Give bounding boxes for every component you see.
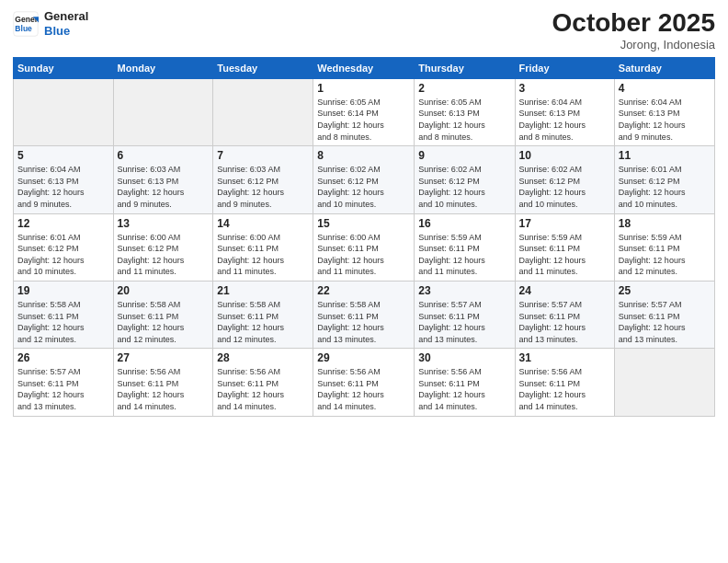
- calendar-week-row: 5Sunrise: 6:04 AMSunset: 6:13 PMDaylight…: [14, 146, 715, 213]
- calendar-cell: 29Sunrise: 5:56 AMSunset: 6:11 PMDayligh…: [313, 349, 415, 416]
- logo-icon: General Blue: [13, 11, 39, 37]
- weekday-header-sunday: Sunday: [14, 57, 114, 78]
- day-info: Sunrise: 5:56 AMSunset: 6:11 PMDaylight:…: [418, 366, 510, 412]
- calendar-cell: 20Sunrise: 5:58 AMSunset: 6:11 PMDayligh…: [113, 281, 213, 348]
- calendar-cell: 23Sunrise: 5:57 AMSunset: 6:11 PMDayligh…: [415, 281, 515, 348]
- day-info: Sunrise: 6:01 AMSunset: 6:12 PMDaylight:…: [619, 164, 711, 210]
- calendar-cell: 5Sunrise: 6:04 AMSunset: 6:13 PMDaylight…: [14, 146, 114, 213]
- svg-text:General: General: [15, 15, 39, 24]
- day-number: 20: [118, 284, 210, 297]
- calendar-cell: 10Sunrise: 6:02 AMSunset: 6:12 PMDayligh…: [515, 146, 614, 213]
- calendar-cell: [614, 349, 714, 416]
- day-info: Sunrise: 6:01 AMSunset: 6:12 PMDaylight:…: [17, 232, 109, 278]
- day-number: 31: [519, 351, 610, 364]
- day-number: 6: [118, 149, 210, 162]
- day-info: Sunrise: 6:02 AMSunset: 6:12 PMDaylight:…: [519, 164, 610, 210]
- day-number: 27: [118, 351, 210, 364]
- day-info: Sunrise: 5:58 AMSunset: 6:11 PMDaylight:…: [17, 299, 109, 345]
- calendar-cell: [113, 78, 213, 145]
- day-info: Sunrise: 6:02 AMSunset: 6:12 PMDaylight:…: [418, 164, 510, 210]
- calendar-cell: 18Sunrise: 5:59 AMSunset: 6:11 PMDayligh…: [614, 213, 714, 281]
- title-block: October 2025 Jorong, Indonesia: [552, 9, 715, 52]
- day-number: 21: [217, 284, 309, 297]
- weekday-header-monday: Monday: [113, 57, 213, 78]
- calendar-cell: 31Sunrise: 5:56 AMSunset: 6:11 PMDayligh…: [515, 349, 614, 416]
- day-number: 17: [519, 217, 610, 230]
- day-number: 29: [317, 351, 410, 364]
- day-info: Sunrise: 6:02 AMSunset: 6:12 PMDaylight:…: [317, 164, 410, 210]
- weekday-header-wednesday: Wednesday: [313, 57, 415, 78]
- calendar-week-row: 26Sunrise: 5:57 AMSunset: 6:11 PMDayligh…: [14, 349, 715, 416]
- day-number: 4: [619, 82, 711, 95]
- day-info: Sunrise: 6:00 AMSunset: 6:11 PMDaylight:…: [217, 232, 309, 278]
- day-info: Sunrise: 6:03 AMSunset: 6:13 PMDaylight:…: [118, 164, 210, 210]
- calendar-cell: 13Sunrise: 6:00 AMSunset: 6:12 PMDayligh…: [113, 213, 213, 281]
- weekday-header-friday: Friday: [515, 57, 614, 78]
- month-title: October 2025: [552, 9, 715, 38]
- weekday-header-saturday: Saturday: [614, 57, 714, 78]
- calendar-cell: 12Sunrise: 6:01 AMSunset: 6:12 PMDayligh…: [14, 213, 114, 281]
- day-info: Sunrise: 6:04 AMSunset: 6:13 PMDaylight:…: [519, 97, 610, 143]
- calendar-cell: 28Sunrise: 5:56 AMSunset: 6:11 PMDayligh…: [213, 349, 313, 416]
- day-number: 2: [418, 82, 510, 95]
- calendar-cell: 19Sunrise: 5:58 AMSunset: 6:11 PMDayligh…: [14, 281, 114, 348]
- calendar-cell: 8Sunrise: 6:02 AMSunset: 6:12 PMDaylight…: [313, 146, 415, 213]
- calendar-cell: 30Sunrise: 5:56 AMSunset: 6:11 PMDayligh…: [415, 349, 515, 416]
- calendar-cell: 25Sunrise: 5:57 AMSunset: 6:11 PMDayligh…: [614, 281, 714, 348]
- logo-line2: Blue: [44, 24, 88, 39]
- calendar-cell: 3Sunrise: 6:04 AMSunset: 6:13 PMDaylight…: [515, 78, 614, 145]
- day-number: 5: [17, 149, 109, 162]
- location-subtitle: Jorong, Indonesia: [552, 38, 715, 52]
- calendar-cell: 9Sunrise: 6:02 AMSunset: 6:12 PMDaylight…: [415, 146, 515, 213]
- calendar-cell: 15Sunrise: 6:00 AMSunset: 6:11 PMDayligh…: [313, 213, 415, 281]
- day-number: 1: [317, 82, 410, 95]
- calendar-cell: 26Sunrise: 5:57 AMSunset: 6:11 PMDayligh…: [14, 349, 114, 416]
- day-number: 28: [217, 351, 309, 364]
- calendar-week-row: 12Sunrise: 6:01 AMSunset: 6:12 PMDayligh…: [14, 213, 715, 281]
- day-number: 12: [17, 217, 109, 230]
- calendar-cell: 6Sunrise: 6:03 AMSunset: 6:13 PMDaylight…: [113, 146, 213, 213]
- day-info: Sunrise: 6:05 AMSunset: 6:14 PMDaylight:…: [317, 97, 410, 143]
- day-number: 13: [118, 217, 210, 230]
- calendar-cell: 4Sunrise: 6:04 AMSunset: 6:13 PMDaylight…: [614, 78, 714, 145]
- day-info: Sunrise: 5:57 AMSunset: 6:11 PMDaylight:…: [418, 299, 510, 345]
- day-number: 7: [217, 149, 309, 162]
- day-number: 25: [619, 284, 711, 297]
- day-number: 8: [317, 149, 410, 162]
- day-info: Sunrise: 5:59 AMSunset: 6:11 PMDaylight:…: [619, 232, 711, 278]
- day-info: Sunrise: 6:03 AMSunset: 6:12 PMDaylight:…: [217, 164, 309, 210]
- calendar-week-row: 19Sunrise: 5:58 AMSunset: 6:11 PMDayligh…: [14, 281, 715, 348]
- logo-line1: General: [44, 9, 88, 24]
- calendar-cell: 11Sunrise: 6:01 AMSunset: 6:12 PMDayligh…: [614, 146, 714, 213]
- day-number: 22: [317, 284, 410, 297]
- calendar-header-row: SundayMondayTuesdayWednesdayThursdayFrid…: [14, 57, 715, 78]
- calendar-cell: 22Sunrise: 5:58 AMSunset: 6:11 PMDayligh…: [313, 281, 415, 348]
- day-number: 26: [17, 351, 109, 364]
- day-info: Sunrise: 6:00 AMSunset: 6:11 PMDaylight:…: [317, 232, 410, 278]
- day-info: Sunrise: 5:58 AMSunset: 6:11 PMDaylight:…: [317, 299, 410, 345]
- day-number: 9: [418, 149, 510, 162]
- day-number: 15: [317, 217, 410, 230]
- calendar-cell: 21Sunrise: 5:58 AMSunset: 6:11 PMDayligh…: [213, 281, 313, 348]
- calendar-cell: 24Sunrise: 5:57 AMSunset: 6:11 PMDayligh…: [515, 281, 614, 348]
- weekday-header-thursday: Thursday: [415, 57, 515, 78]
- day-info: Sunrise: 5:56 AMSunset: 6:11 PMDaylight:…: [217, 366, 309, 412]
- weekday-header-tuesday: Tuesday: [213, 57, 313, 78]
- calendar-cell: 2Sunrise: 6:05 AMSunset: 6:13 PMDaylight…: [415, 78, 515, 145]
- calendar-cell: 1Sunrise: 6:05 AMSunset: 6:14 PMDaylight…: [313, 78, 415, 145]
- day-number: 30: [418, 351, 510, 364]
- calendar-cell: [213, 78, 313, 145]
- day-info: Sunrise: 5:57 AMSunset: 6:11 PMDaylight:…: [519, 299, 610, 345]
- day-info: Sunrise: 5:58 AMSunset: 6:11 PMDaylight:…: [118, 299, 210, 345]
- day-number: 3: [519, 82, 610, 95]
- day-number: 10: [519, 149, 610, 162]
- day-info: Sunrise: 6:04 AMSunset: 6:13 PMDaylight:…: [17, 164, 109, 210]
- calendar-cell: 14Sunrise: 6:00 AMSunset: 6:11 PMDayligh…: [213, 213, 313, 281]
- calendar-cell: 16Sunrise: 5:59 AMSunset: 6:11 PMDayligh…: [415, 213, 515, 281]
- calendar-week-row: 1Sunrise: 6:05 AMSunset: 6:14 PMDaylight…: [14, 78, 715, 145]
- day-number: 18: [619, 217, 711, 230]
- day-number: 14: [217, 217, 309, 230]
- day-info: Sunrise: 5:56 AMSunset: 6:11 PMDaylight:…: [317, 366, 410, 412]
- day-info: Sunrise: 5:56 AMSunset: 6:11 PMDaylight:…: [118, 366, 210, 412]
- day-number: 24: [519, 284, 610, 297]
